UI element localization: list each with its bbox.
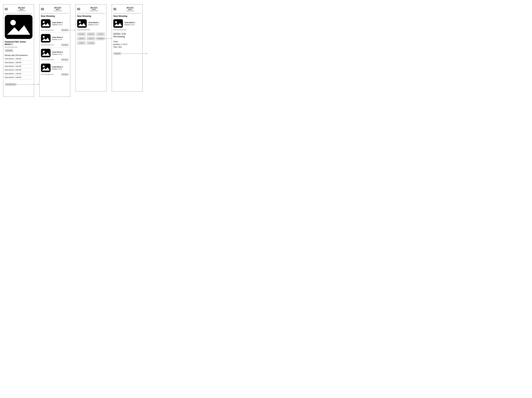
image-placeholder-icon — [113, 19, 123, 28]
movie-card: Some Movie 1Runtime: 101minSome descript… — [41, 19, 69, 31]
movie-title: Some Movie 4 — [52, 66, 63, 68]
movie-title: Some Movie 1 — [125, 22, 135, 23]
movie-title: Some Movie 1 — [52, 22, 63, 23]
showtime-row[interactable]: Some Movie 1 - 4:00 PM — [5, 57, 32, 61]
showtime-row[interactable]: Some Movie 3 - 5:00 PM — [5, 64, 32, 68]
app-header: MUSIC BOX THEATRE — [113, 6, 141, 13]
svg-point-4 — [43, 65, 45, 67]
logo: MUSIC BOX THEATRE — [83, 7, 105, 12]
showtime-row[interactable]: Some Movie 1 - 7:00 PM — [5, 72, 32, 75]
movie-card: Some Movie 4Runtime: 104minSome descript… — [41, 63, 69, 76]
divider — [113, 13, 141, 13]
flow-arrow-icon — [17, 84, 39, 85]
image-placeholder-icon — [77, 19, 87, 28]
showtime-chip[interactable]: 1:50 PM — [96, 32, 105, 36]
logo: MUSIC BOX THEATRE — [11, 7, 32, 12]
showtime-row[interactable]: Some Movie 2 - 9:00 PM — [5, 75, 32, 79]
svg-point-2 — [43, 36, 45, 38]
screen-now-showing-list: MUSIC BOX THEATRE Now Showing Some Movie… — [39, 4, 70, 97]
movie-card: Some Movie 1 Runtime: 101min Some descri… — [77, 19, 105, 31]
buy-ticket-button[interactable]: Buy ticket — [113, 52, 121, 55]
ticket-label: Ticket — [113, 40, 141, 43]
showtime-row[interactable]: Some Movie 4 - 6:00 PM — [5, 68, 32, 72]
movie-runtime: Runtime: 101min — [125, 24, 135, 25]
featured-description: Some description here — [5, 46, 32, 48]
movie-card: Some Movie 1 Runtime: 101min Some descri… — [113, 19, 141, 31]
movie-runtime: Runtime: 103min — [52, 54, 63, 55]
logo: MUSIC BOX THEATRE — [47, 7, 69, 12]
showtimes-list: Some Movie 1 - 4:00 PMSome Movie 2 - 4:0… — [5, 57, 32, 79]
app-header: MUSIC BOX THEATRE — [77, 6, 105, 13]
movie-title: Some Movie 3 — [52, 51, 63, 53]
movie-description: Some description here — [41, 29, 54, 31]
minus-circle-icon[interactable] — [126, 44, 127, 45]
page-title: Now Showing — [77, 15, 105, 17]
menu-icon[interactable] — [41, 8, 44, 10]
total-line: Total = $10 — [113, 46, 141, 49]
menu-icon[interactable] — [113, 8, 116, 10]
logo-line-2: BOX — [11, 9, 32, 10]
quantity-value: 1 — [122, 44, 123, 45]
divider — [77, 13, 105, 13]
checkout-summary: Ticket Quantity = 1 Total = $10 — [113, 40, 141, 49]
total-value: $10 — [119, 46, 122, 48]
movie-runtime: Runtime: 101min — [52, 24, 63, 25]
showtime-row[interactable]: Some Movie 2 - 4:00 PM — [5, 61, 32, 64]
showtimes-heading: Monday, May 23rd Showtimes — [5, 54, 32, 56]
movie-title: Some Movie 1 — [89, 22, 99, 23]
svg-point-1 — [43, 21, 45, 23]
buy-tickets-button[interactable]: Buy tickets — [61, 44, 69, 46]
image-placeholder-icon — [41, 49, 51, 57]
movie-runtime: Runtime: 102min — [52, 39, 63, 40]
buy-tickets-button[interactable]: Buy tickets — [5, 49, 13, 52]
buy-tickets-button[interactable]: Buy tickets — [61, 58, 69, 61]
movie-runtime: Runtime: 101min — [89, 24, 99, 25]
view-more-films-button[interactable]: View More Films — [5, 83, 17, 86]
divider — [41, 47, 69, 48]
image-placeholder-icon — [41, 34, 51, 43]
divider — [5, 13, 32, 13]
showtime-chip[interactable]: 12:50 PM — [87, 32, 95, 36]
svg-point-0 — [10, 20, 16, 25]
page-title: Now Showing — [113, 15, 141, 17]
plus-circle-icon[interactable] — [123, 44, 125, 45]
screen-showtimes: MUSIC BOX THEATRE Now Showing Some Movie… — [76, 4, 106, 91]
showtime-chip[interactable]: 10:45 AM — [77, 32, 86, 36]
movie-description: Some description here — [41, 74, 54, 75]
app-header: MUSIC BOX THEATRE — [5, 6, 32, 13]
screen-home: MUSIC BOX THEATRE Featured Film: Some Mo… — [3, 4, 34, 97]
quantity-line: Quantity = 1 — [113, 43, 141, 46]
buy-tickets-button[interactable]: Buy tickets — [61, 29, 69, 31]
flow-arrow-icon — [69, 30, 75, 30]
movie-description: Some description here — [41, 59, 54, 60]
movie-title: Some Movie 2 — [52, 36, 63, 38]
menu-icon[interactable] — [5, 8, 8, 10]
logo-line-3: THEATRE — [11, 10, 32, 12]
showtime-chip[interactable]: 9:30 PM — [77, 41, 86, 45]
movie-description: Some description here — [77, 29, 105, 31]
featured-title: Featured Film: Some Movie 1 — [5, 41, 32, 45]
showing-time: 5/23/22, 5:30PM showing — [113, 32, 141, 38]
movie-description: Some description here — [113, 29, 141, 31]
movie-card: Some Movie 3Runtime: 103minSome descript… — [41, 49, 69, 61]
page-title: Now Showing — [41, 15, 69, 17]
buy-tickets-button[interactable]: Buy tickets — [61, 73, 69, 76]
logo-line-1: MUSIC — [11, 7, 32, 9]
logo: MUSIC BOX THEATRE — [120, 7, 141, 12]
svg-point-6 — [115, 21, 117, 23]
divider — [41, 13, 69, 13]
image-placeholder-icon — [41, 19, 51, 28]
movie-runtime: Runtime: 104min — [52, 68, 63, 70]
image-placeholder-icon — [5, 15, 32, 39]
image-placeholder-icon — [41, 63, 51, 72]
showtime-chip[interactable]: 3:00 PM — [77, 37, 86, 40]
svg-point-5 — [79, 21, 81, 23]
screen-checkout: MUSIC BOX THEATRE Now Showing Some Movie… — [112, 4, 143, 91]
menu-icon[interactable] — [77, 8, 80, 10]
showtime-chip[interactable]: 5:30 PM — [87, 37, 95, 40]
showtime-chip[interactable]: 11:45 PM — [87, 41, 95, 45]
movie-card: Some Movie 2Runtime: 102minSome descript… — [41, 34, 69, 46]
movie-description: Some description here — [41, 44, 54, 46]
app-header: MUSIC BOX THEATRE — [41, 6, 69, 13]
svg-point-3 — [43, 51, 45, 53]
